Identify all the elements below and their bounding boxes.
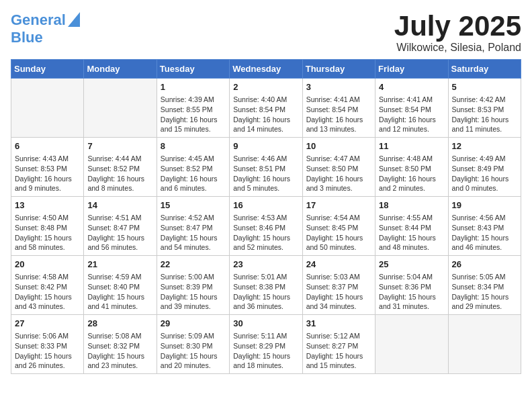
day-info: Sunrise: 4:51 AM Sunset: 8:47 PM Dayligh… [87,213,152,253]
table-row: 22Sunrise: 5:00 AM Sunset: 8:39 PM Dayli… [157,256,229,315]
svg-marker-0 [68,12,80,27]
table-row: 31Sunrise: 5:12 AM Sunset: 8:27 PM Dayli… [302,314,375,373]
table-row: 12Sunrise: 4:49 AM Sunset: 8:49 PM Dayli… [448,138,521,197]
day-info: Sunrise: 5:06 AM Sunset: 8:33 PM Dayligh… [15,331,80,371]
table-row: 29Sunrise: 5:09 AM Sunset: 8:30 PM Dayli… [157,314,229,373]
table-row: 1Sunrise: 4:39 AM Sunset: 8:55 PM Daylig… [157,79,229,138]
day-number: 10 [306,140,371,152]
day-info: Sunrise: 4:55 AM Sunset: 8:44 PM Dayligh… [379,213,444,253]
day-info: Sunrise: 5:09 AM Sunset: 8:30 PM Dayligh… [161,331,226,371]
day-number: 26 [452,259,517,271]
day-number: 8 [161,140,226,152]
table-row: 18Sunrise: 4:55 AM Sunset: 8:44 PM Dayli… [375,197,448,256]
table-row: 25Sunrise: 5:04 AM Sunset: 8:36 PM Dayli… [375,256,448,315]
table-row [375,314,448,373]
day-number: 21 [87,259,152,271]
calendar-header-row: Sunday Monday Tuesday Wednesday Thursday… [11,60,521,79]
table-row: 23Sunrise: 5:01 AM Sunset: 8:38 PM Dayli… [230,256,302,315]
day-info: Sunrise: 4:59 AM Sunset: 8:40 PM Dayligh… [87,272,152,312]
day-number: 30 [233,318,298,330]
day-number: 24 [306,259,371,271]
day-info: Sunrise: 4:53 AM Sunset: 8:46 PM Dayligh… [233,213,298,253]
day-info: Sunrise: 4:49 AM Sunset: 8:49 PM Dayligh… [452,154,517,193]
table-row: 19Sunrise: 4:56 AM Sunset: 8:43 PM Dayli… [448,197,521,256]
day-info: Sunrise: 4:58 AM Sunset: 8:42 PM Dayligh… [15,272,80,312]
calendar-week-row: 13Sunrise: 4:50 AM Sunset: 8:48 PM Dayli… [11,197,521,256]
table-row: 8Sunrise: 4:45 AM Sunset: 8:52 PM Daylig… [157,138,229,197]
day-number: 18 [379,199,444,212]
day-number: 11 [379,140,444,152]
day-number: 12 [452,140,517,152]
table-row: 10Sunrise: 4:47 AM Sunset: 8:50 PM Dayli… [302,138,375,197]
day-info: Sunrise: 4:42 AM Sunset: 8:53 PM Dayligh… [452,95,517,134]
day-info: Sunrise: 4:48 AM Sunset: 8:50 PM Dayligh… [379,154,444,193]
day-info: Sunrise: 4:43 AM Sunset: 8:53 PM Dayligh… [15,154,80,193]
table-row: 3Sunrise: 4:41 AM Sunset: 8:54 PM Daylig… [302,79,375,138]
page-header: General Blue July 2025 Wilkowice, Silesi… [11,11,521,54]
logo: General Blue [11,11,80,46]
calendar-week-row: 1Sunrise: 4:39 AM Sunset: 8:55 PM Daylig… [11,79,521,138]
table-row: 17Sunrise: 4:54 AM Sunset: 8:45 PM Dayli… [302,197,375,256]
day-info: Sunrise: 5:12 AM Sunset: 8:27 PM Dayligh… [306,331,371,371]
table-row: 27Sunrise: 5:06 AM Sunset: 8:33 PM Dayli… [11,314,84,373]
day-info: Sunrise: 5:00 AM Sunset: 8:39 PM Dayligh… [161,272,226,312]
table-row: 30Sunrise: 5:11 AM Sunset: 8:29 PM Dayli… [230,314,302,373]
table-row: 13Sunrise: 4:50 AM Sunset: 8:48 PM Dayli… [11,197,84,256]
day-number: 19 [452,199,517,212]
day-number: 15 [161,199,226,212]
table-row: 26Sunrise: 5:05 AM Sunset: 8:34 PM Dayli… [448,256,521,315]
table-row [11,79,84,138]
table-row: 4Sunrise: 4:41 AM Sunset: 8:54 PM Daylig… [375,79,448,138]
table-row: 21Sunrise: 4:59 AM Sunset: 8:40 PM Dayli… [84,256,157,315]
day-number: 17 [306,199,371,212]
day-info: Sunrise: 5:05 AM Sunset: 8:34 PM Dayligh… [452,272,517,312]
day-info: Sunrise: 4:39 AM Sunset: 8:55 PM Dayligh… [161,95,226,134]
day-info: Sunrise: 4:40 AM Sunset: 8:54 PM Dayligh… [233,95,298,134]
day-number: 5 [452,81,517,93]
table-row: 16Sunrise: 4:53 AM Sunset: 8:46 PM Dayli… [230,197,302,256]
day-info: Sunrise: 4:41 AM Sunset: 8:54 PM Dayligh… [379,95,444,134]
day-info: Sunrise: 5:01 AM Sunset: 8:38 PM Dayligh… [233,272,298,312]
table-row: 2Sunrise: 4:40 AM Sunset: 8:54 PM Daylig… [230,79,302,138]
calendar-week-row: 6Sunrise: 4:43 AM Sunset: 8:53 PM Daylig… [11,138,521,197]
table-row: 28Sunrise: 5:08 AM Sunset: 8:32 PM Dayli… [84,314,157,373]
day-number: 14 [87,199,152,212]
day-number: 3 [306,81,371,93]
calendar-week-row: 20Sunrise: 4:58 AM Sunset: 8:42 PM Dayli… [11,256,521,315]
table-row: 11Sunrise: 4:48 AM Sunset: 8:50 PM Dayli… [375,138,448,197]
table-row: 5Sunrise: 4:42 AM Sunset: 8:53 PM Daylig… [448,79,521,138]
table-row [84,79,157,138]
logo-triangle-icon [68,12,80,27]
day-info: Sunrise: 4:50 AM Sunset: 8:48 PM Dayligh… [15,213,80,253]
day-number: 1 [161,81,226,93]
col-saturday: Saturday [448,60,521,79]
day-info: Sunrise: 5:03 AM Sunset: 8:37 PM Dayligh… [306,272,371,312]
day-number: 7 [87,140,152,152]
day-number: 20 [15,259,80,271]
day-number: 25 [379,259,444,271]
col-monday: Monday [84,60,157,79]
day-number: 31 [306,318,371,330]
table-row: 20Sunrise: 4:58 AM Sunset: 8:42 PM Dayli… [11,256,84,315]
day-info: Sunrise: 5:08 AM Sunset: 8:32 PM Dayligh… [87,331,152,371]
day-number: 23 [233,259,298,271]
logo-blue-text: Blue [11,30,43,46]
calendar-week-row: 27Sunrise: 5:06 AM Sunset: 8:33 PM Dayli… [11,314,521,373]
day-number: 6 [15,140,80,152]
table-row: 15Sunrise: 4:52 AM Sunset: 8:47 PM Dayli… [157,197,229,256]
day-info: Sunrise: 4:44 AM Sunset: 8:52 PM Dayligh… [87,154,152,193]
table-row: 14Sunrise: 4:51 AM Sunset: 8:47 PM Dayli… [84,197,157,256]
title-block: July 2025 Wilkowice, Silesia, Poland [394,11,521,54]
day-info: Sunrise: 5:04 AM Sunset: 8:36 PM Dayligh… [379,272,444,312]
table-row [448,314,521,373]
day-number: 4 [379,81,444,93]
col-tuesday: Tuesday [157,60,229,79]
logo-text: General [11,12,66,28]
col-thursday: Thursday [302,60,375,79]
day-info: Sunrise: 4:41 AM Sunset: 8:54 PM Dayligh… [306,95,371,134]
day-number: 16 [233,199,298,212]
day-number: 9 [233,140,298,152]
table-row: 9Sunrise: 4:46 AM Sunset: 8:51 PM Daylig… [230,138,302,197]
day-info: Sunrise: 4:56 AM Sunset: 8:43 PM Dayligh… [452,213,517,253]
day-info: Sunrise: 4:46 AM Sunset: 8:51 PM Dayligh… [233,154,298,193]
